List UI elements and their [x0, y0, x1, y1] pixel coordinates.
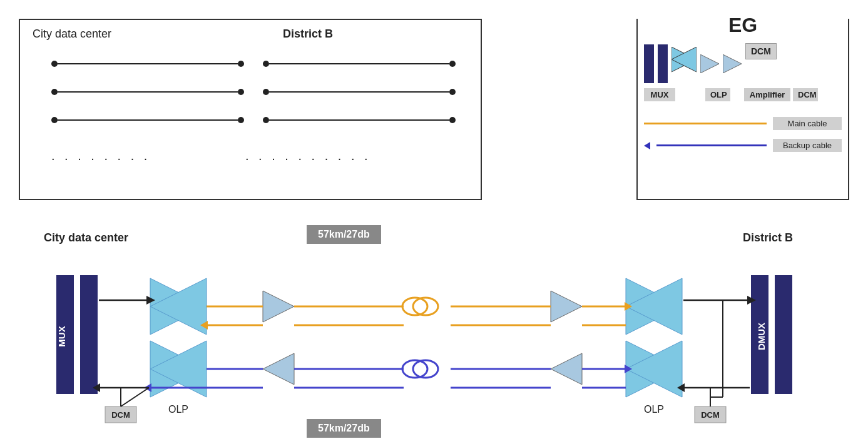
backup-coil-inner: [413, 360, 438, 378]
dot: [449, 117, 456, 123]
dcm-legend-label: DCM: [793, 88, 818, 101]
dot: [263, 61, 269, 67]
line-seg: [269, 91, 449, 93]
mux-text: MUX: [56, 326, 67, 346]
dcm-text-left: DCM: [111, 410, 130, 420]
backup-cable-row: Backup cable: [644, 139, 842, 152]
main-cable-label: Main cable: [773, 117, 842, 130]
dot: [449, 89, 456, 95]
main-coil-inner: [413, 298, 438, 315]
olp-text-right: OLP: [644, 404, 664, 415]
city-label-top: City data center: [33, 28, 111, 41]
olp-bowtie-icon: [671, 47, 697, 81]
mux-rect-left-2: [80, 275, 98, 394]
line-row-1: [51, 61, 456, 67]
backup-coil-outer: [402, 360, 427, 378]
backup-cable-line: [656, 144, 767, 146]
dot: [238, 61, 244, 67]
dot: [51, 117, 58, 123]
line-seg: [58, 91, 238, 93]
dots-right: · · · · · · · · · ·: [245, 151, 371, 166]
main-cable-row: Main cable: [644, 117, 842, 130]
rect-icon-1: [644, 44, 654, 83]
main-coil-outer: [402, 298, 427, 315]
dcm-conn-left: [121, 388, 149, 406]
dot: [51, 89, 58, 95]
amp-tri-2: [551, 291, 582, 322]
dot: [51, 61, 58, 67]
dcm-text-right: DCM: [701, 410, 720, 420]
line-row-2: [51, 89, 456, 95]
rect-icon-2: [658, 44, 668, 83]
eg-title: EG: [638, 14, 848, 37]
backup-cable-label: Backup cable: [773, 139, 842, 152]
dot: [263, 117, 269, 123]
top-left-box: City data center District B: [19, 19, 482, 200]
dot: [449, 61, 456, 67]
legend-icons-row: DCM: [644, 42, 777, 86]
svg-marker-2: [700, 54, 719, 73]
bottom-diagram: City data center District B 57km/27db 57…: [0, 225, 868, 444]
amp-tri-4: [551, 353, 582, 385]
dmux-text: DMUX: [756, 323, 767, 350]
main-cable-line: [644, 123, 767, 124]
svg-marker-3: [723, 54, 742, 73]
district-label-top: District B: [283, 28, 333, 41]
line-seg: [269, 119, 449, 121]
line-seg: [58, 63, 238, 64]
line-seg: [58, 119, 238, 121]
top-right-legend: EG DCM MUX OLP Amplifier DCM Main cable: [636, 19, 849, 200]
olp-legend-label: OLP: [705, 88, 730, 101]
olp-text-left: OLP: [168, 404, 188, 415]
amp-tri-1: [263, 291, 294, 322]
legend-labels-row: MUX OLP Amplifier DCM: [644, 86, 818, 103]
dot: [238, 89, 244, 95]
dot: [238, 117, 244, 123]
line-seg: [269, 63, 449, 64]
amplifier-icon-2: [723, 54, 742, 73]
dmux-rect-right-2: [775, 275, 792, 394]
dot: [263, 89, 269, 95]
mux-legend-label: MUX: [644, 88, 675, 101]
amplifier-icon-1: [700, 54, 719, 73]
network-diagram-svg: MUX OLP OLP: [0, 225, 868, 444]
line-row-3: [51, 117, 456, 123]
amplifier-legend-label: Amplifier: [744, 88, 790, 101]
dots-left: · · · · · · · ·: [51, 151, 150, 166]
backup-cable-arrow: [644, 142, 650, 149]
dcm-label-top: DCM: [745, 43, 777, 59]
amp-tri-3: [263, 353, 294, 385]
